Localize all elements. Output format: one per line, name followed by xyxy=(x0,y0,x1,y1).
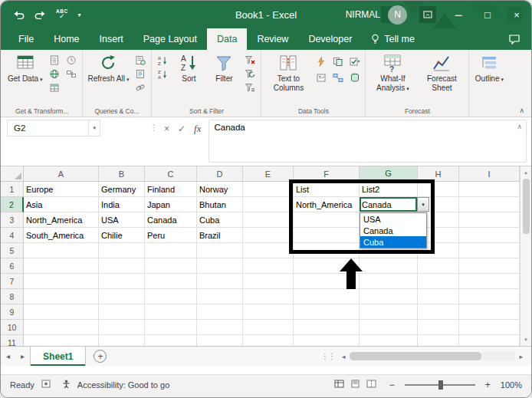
clear-filter-icon[interactable] xyxy=(243,54,257,65)
cell-A3[interactable]: North_America xyxy=(24,212,99,228)
cell-G9[interactable] xyxy=(360,304,418,320)
cell-D10[interactable] xyxy=(197,320,243,335)
scroll-right-icon[interactable]: ▸ xyxy=(515,353,527,360)
tab-developer[interactable]: Developer xyxy=(298,28,362,50)
cell-I2[interactable] xyxy=(459,197,520,212)
edit-links-icon[interactable] xyxy=(133,82,147,93)
cell-C4[interactable]: Peru xyxy=(145,228,197,243)
cancel-icon[interactable]: × xyxy=(164,123,169,134)
cell-I3[interactable] xyxy=(459,212,520,228)
zoom-in-icon[interactable]: + xyxy=(485,380,491,390)
column-header-B[interactable]: B xyxy=(99,166,145,182)
cell-A10[interactable] xyxy=(24,320,99,335)
relationships-icon[interactable] xyxy=(331,72,345,83)
column-header-E[interactable]: E xyxy=(243,166,294,182)
properties-icon[interactable] xyxy=(133,68,147,79)
cell-C10[interactable] xyxy=(145,320,197,335)
flash-fill-icon[interactable] xyxy=(314,56,328,67)
macro-record-icon[interactable] xyxy=(41,380,51,390)
cell-D3[interactable]: Cuba xyxy=(197,212,243,228)
cell-D5[interactable] xyxy=(197,243,243,258)
tell-me-box[interactable]: Tell me xyxy=(362,28,424,50)
queries-connections-icon[interactable] xyxy=(133,54,147,65)
cell-H7[interactable] xyxy=(418,274,459,289)
vertical-scroll-thumb[interactable] xyxy=(523,179,530,234)
cell-E8[interactable] xyxy=(243,289,294,304)
cell-E10[interactable] xyxy=(243,320,294,335)
ribbon-display-options-icon[interactable] xyxy=(419,6,436,23)
cell-G11[interactable] xyxy=(360,335,418,346)
cell-D7[interactable] xyxy=(197,274,243,289)
cell-C3[interactable]: Canada xyxy=(145,212,197,228)
insert-function-icon[interactable]: fx xyxy=(194,123,201,135)
cell-H8[interactable] xyxy=(418,289,459,304)
add-sheet-button[interactable]: + xyxy=(94,350,107,363)
row-header-4[interactable]: 4 xyxy=(1,228,24,243)
zoom-slider-thumb[interactable] xyxy=(438,380,443,390)
collapse-ribbon-icon[interactable]: ∧ xyxy=(519,107,524,114)
what-if-analysis-button[interactable]: ? What-If Analysis▾ xyxy=(368,51,417,93)
scroll-left-icon[interactable]: ◂ xyxy=(338,353,350,360)
cell-D4[interactable]: Brazil xyxy=(197,228,243,243)
cell-H6[interactable] xyxy=(418,258,459,274)
tab-home[interactable]: Home xyxy=(44,28,89,50)
row-header-11[interactable]: 11 xyxy=(1,335,24,346)
cell-I6[interactable] xyxy=(459,258,520,274)
page-break-view-icon[interactable] xyxy=(366,380,376,390)
cell-B11[interactable] xyxy=(99,335,145,346)
cell-I5[interactable] xyxy=(459,243,520,258)
cell-E7[interactable] xyxy=(243,274,294,289)
cell-B5[interactable] xyxy=(99,243,145,258)
tab-data[interactable]: Data xyxy=(207,28,247,50)
cell-H9[interactable] xyxy=(418,304,459,320)
outline-button[interactable]: Outline▾ xyxy=(471,51,507,84)
tab-insert[interactable]: Insert xyxy=(90,28,133,50)
cell-C8[interactable] xyxy=(145,289,197,304)
from-table-range-icon[interactable] xyxy=(48,82,61,93)
sheet-tab-sheet1[interactable]: Sheet1 xyxy=(30,347,86,366)
data-validation-icon[interactable] xyxy=(348,56,362,67)
cell-I1[interactable] xyxy=(459,182,520,197)
cell-E11[interactable] xyxy=(243,335,294,346)
row-header-10[interactable]: 10 xyxy=(1,320,24,335)
cell-A4[interactable]: South_America xyxy=(24,228,99,243)
cell-E6[interactable] xyxy=(243,258,294,274)
cell-I9[interactable] xyxy=(459,304,520,320)
cell-C2[interactable]: Japan xyxy=(145,197,197,212)
sort-button[interactable]: A Z Sort xyxy=(171,51,206,84)
cell-B10[interactable] xyxy=(99,320,145,335)
cell-A2[interactable]: Asia xyxy=(24,197,99,212)
consolidate-icon[interactable] xyxy=(314,72,328,83)
accessibility-icon[interactable] xyxy=(62,380,71,390)
cell-D11[interactable] xyxy=(197,335,243,346)
tab-review[interactable]: Review xyxy=(247,28,298,50)
cell-G7[interactable] xyxy=(360,274,418,289)
cell-A1[interactable]: Europe xyxy=(24,182,99,197)
row-header-6[interactable]: 6 xyxy=(1,258,24,274)
cell-A11[interactable] xyxy=(24,335,99,346)
cell-A9[interactable] xyxy=(24,304,99,320)
horizontal-scroll-thumb[interactable] xyxy=(350,352,481,360)
cell-F9[interactable] xyxy=(294,304,360,320)
refresh-all-button[interactable]: Refresh All▾ xyxy=(85,51,133,84)
cell-H10[interactable] xyxy=(418,320,459,335)
cell-I4[interactable] xyxy=(459,228,520,243)
tab-file[interactable]: File xyxy=(8,28,44,50)
close-button[interactable]: × xyxy=(502,1,531,28)
cell-B2[interactable]: India xyxy=(99,197,145,212)
formula-bar-divider[interactable]: ⋮ xyxy=(149,120,164,133)
sheet-nav-right-icon[interactable]: ▸ xyxy=(15,347,30,366)
recent-sources-icon[interactable] xyxy=(64,54,78,65)
name-box-dropdown-icon[interactable]: ▾ xyxy=(88,120,100,136)
cell-E3[interactable] xyxy=(243,212,294,228)
tab-page-layout[interactable]: Page Layout xyxy=(133,28,207,50)
minimize-button[interactable]: ─ xyxy=(444,1,473,28)
cell-F8[interactable] xyxy=(294,289,360,304)
cell-A5[interactable] xyxy=(24,243,99,258)
advanced-filter-icon[interactable] xyxy=(243,82,257,93)
cell-I10[interactable] xyxy=(459,320,520,335)
horizontal-scroll-track[interactable] xyxy=(350,352,516,360)
cell-C9[interactable] xyxy=(145,304,197,320)
name-box[interactable]: G2 ▾ xyxy=(7,120,100,137)
cell-E2[interactable] xyxy=(243,197,294,212)
